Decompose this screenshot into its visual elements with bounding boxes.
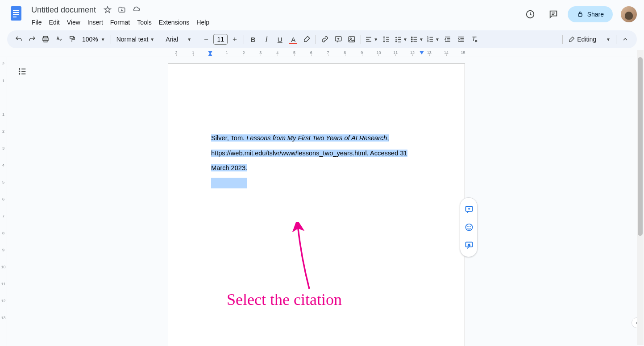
document-title[interactable]: Untitled document <box>29 4 99 16</box>
svg-point-61 <box>470 226 470 227</box>
citation-title: Lessons from My First Two Years of AI Re… <box>246 134 387 142</box>
docs-app-icon[interactable] <box>7 4 25 22</box>
styles-dropdown[interactable]: Normal text▼ <box>114 33 157 46</box>
horizontal-ruler[interactable]: 2 1 1 2 3 4 5 6 7 8 9 10 11 12 13 14 15 <box>0 50 635 57</box>
spellcheck-button[interactable] <box>53 33 65 46</box>
zoom-dropdown[interactable]: 100%▼ <box>79 33 108 46</box>
svg-point-32 <box>411 41 412 42</box>
vertical-scrollbar[interactable] <box>637 50 644 345</box>
undo-button[interactable] <box>12 33 25 46</box>
menu-tools[interactable]: Tools <box>134 17 155 28</box>
font-size-input[interactable]: 11 <box>213 34 228 45</box>
align-dropdown[interactable]: ▼ <box>364 33 379 46</box>
history-icon[interactable] <box>521 5 539 23</box>
menu-help[interactable]: Help <box>193 17 212 28</box>
menu-extensions[interactable]: Extensions <box>156 17 192 28</box>
svg-point-50 <box>19 69 20 70</box>
print-button[interactable] <box>39 33 52 46</box>
numbered-list-button[interactable]: 123▼ <box>425 33 440 46</box>
cloud-status-icon[interactable] <box>131 4 141 15</box>
decrease-font-size-button[interactable] <box>200 33 212 46</box>
workspace: 2 1 1 2 3 4 5 6 7 8 9 10 11 12 13 14 15 … <box>0 50 644 346</box>
svg-point-52 <box>19 74 20 75</box>
titlebar: Untitled document File Edit View Insert … <box>0 0 644 29</box>
increase-font-size-button[interactable] <box>229 33 241 46</box>
svg-rect-0 <box>11 6 21 21</box>
svg-rect-8 <box>578 14 582 17</box>
title-area: Untitled document File Edit View Insert … <box>29 4 521 29</box>
svg-point-59 <box>466 224 473 231</box>
svg-rect-3 <box>13 14 19 15</box>
svg-point-51 <box>19 71 20 72</box>
svg-rect-19 <box>349 37 355 42</box>
share-label: Share <box>587 11 604 18</box>
title-row: Untitled document <box>29 4 521 16</box>
citation-author: Silver, Tom. <box>211 134 246 142</box>
separator <box>616 35 616 44</box>
document-outline-button[interactable] <box>14 63 30 79</box>
selection-trailing <box>211 178 247 188</box>
suggest-edits-floating-button[interactable] <box>460 236 478 254</box>
citation-rest2: March 2023. <box>211 164 247 171</box>
font-dropdown[interactable]: Arial▼ <box>163 33 194 46</box>
clear-formatting-button[interactable] <box>468 33 481 46</box>
vertical-ruler[interactable]: 2 1 1 2 3 4 5 6 7 8 9 10 11 12 13 <box>0 57 7 346</box>
star-icon[interactable] <box>102 4 113 15</box>
move-to-folder-icon[interactable] <box>116 4 127 15</box>
bold-button[interactable]: B <box>247 33 259 46</box>
add-reaction-floating-button[interactable] <box>460 218 478 236</box>
separator <box>111 35 111 44</box>
share-button[interactable]: Share <box>568 6 613 22</box>
menu-format[interactable]: Format <box>107 17 133 28</box>
redo-button[interactable] <box>26 33 38 46</box>
comments-icon[interactable] <box>544 5 562 23</box>
svg-rect-2 <box>13 12 19 13</box>
text-color-button[interactable]: A <box>287 33 299 46</box>
decrease-indent-button[interactable] <box>441 33 454 46</box>
editing-mode-dropdown[interactable]: Editing ▼ <box>565 33 613 46</box>
add-comment-floating-button[interactable] <box>460 200 478 218</box>
toolbar: 100%▼ Normal text▼ Arial▼ 11 B I U A ▼ ▼… <box>7 30 637 48</box>
selection-floating-menu <box>460 197 478 257</box>
svg-point-60 <box>468 226 468 227</box>
separator <box>244 35 244 44</box>
insert-link-button[interactable] <box>319 33 331 46</box>
menu-insert[interactable]: Insert <box>84 17 106 28</box>
underline-button[interactable]: U <box>274 33 286 46</box>
menu-edit[interactable]: Edit <box>46 17 63 28</box>
separator <box>160 35 160 44</box>
menu-view[interactable]: View <box>64 17 83 28</box>
left-indent-marker[interactable] <box>208 53 212 56</box>
collapse-toolbar-button[interactable] <box>619 33 632 46</box>
separator <box>197 35 197 44</box>
svg-point-30 <box>411 37 412 38</box>
separator <box>361 35 361 44</box>
svg-point-31 <box>411 39 412 40</box>
insert-image-button[interactable] <box>345 33 358 46</box>
separator <box>562 35 563 44</box>
menubar: File Edit View Insert Format Tools Exten… <box>29 16 521 29</box>
italic-button[interactable]: I <box>260 33 273 46</box>
avatar[interactable] <box>621 6 637 22</box>
document-page[interactable]: Silver, Tom. Lessons from My First Two Y… <box>168 63 465 346</box>
highlight-button[interactable] <box>300 33 313 46</box>
checklist-button[interactable]: ▼ <box>393 33 408 46</box>
titlebar-right: Share <box>521 5 637 23</box>
line-spacing-button[interactable] <box>380 33 392 46</box>
add-comment-button[interactable] <box>332 33 345 46</box>
separator <box>316 35 316 44</box>
right-indent-marker[interactable] <box>420 51 424 54</box>
paint-format-button[interactable] <box>66 33 79 46</box>
increase-indent-button[interactable] <box>455 33 467 46</box>
menu-file[interactable]: File <box>29 17 45 28</box>
bulleted-list-button[interactable]: ▼ <box>409 33 424 46</box>
document-text[interactable]: Silver, Tom. Lessons from My First Two Y… <box>211 131 422 191</box>
svg-rect-1 <box>13 10 19 11</box>
svg-rect-12 <box>70 36 74 38</box>
svg-rect-4 <box>13 17 17 17</box>
svg-text:3: 3 <box>427 40 428 42</box>
